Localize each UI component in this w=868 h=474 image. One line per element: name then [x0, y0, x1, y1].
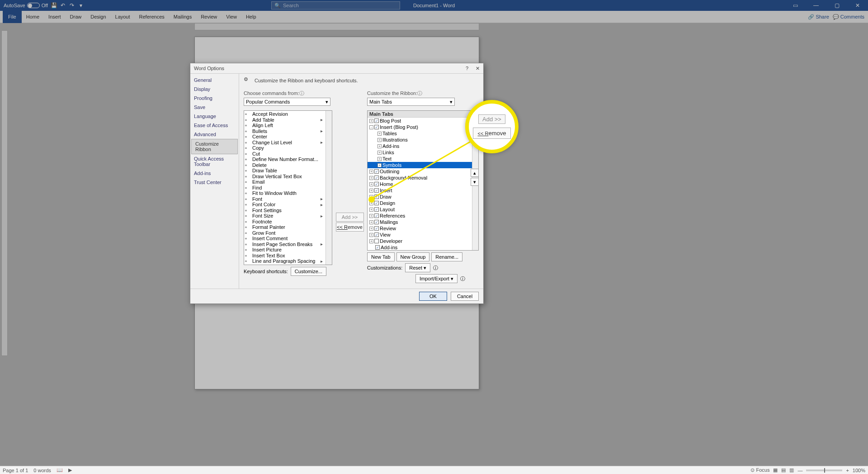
expand-icon[interactable]: + — [369, 214, 373, 218]
sidebar-item-save[interactable]: Save — [190, 103, 239, 112]
command-item[interactable]: ▫Align Left — [244, 123, 332, 128]
command-item[interactable]: ▫Delete — [244, 162, 332, 168]
rename-button[interactable]: Rename... — [431, 252, 462, 261]
commands-listbox[interactable]: ▫Accept Revision▫Add Table▸▫Align Left▫B… — [244, 110, 332, 265]
expand-icon[interactable]: + — [369, 189, 373, 193]
checkbox[interactable]: ✓ — [374, 182, 379, 186]
tree-item[interactable]: +✓View — [368, 232, 478, 238]
command-item[interactable]: ▫Define New Number Format... — [244, 156, 332, 162]
expand-icon[interactable]: - — [369, 125, 373, 129]
tree-item[interactable]: +✓Layout — [368, 206, 478, 213]
tree-item[interactable]: +✓Blog Post — [368, 118, 478, 124]
command-item[interactable]: ▫Font Color▸ — [244, 202, 332, 208]
expand-icon[interactable]: + — [369, 220, 373, 224]
sidebar-item-proofing[interactable]: Proofing — [190, 94, 239, 103]
tree-item[interactable]: +✓References — [368, 213, 478, 219]
checkbox[interactable]: ✓ — [374, 188, 379, 193]
tree-item[interactable]: +Links — [368, 149, 478, 156]
tree-item[interactable]: +✓Home — [368, 181, 478, 187]
checkbox[interactable]: ✓ — [374, 118, 379, 123]
command-item[interactable]: ▫Font Size▸ — [244, 213, 332, 219]
expand-icon[interactable]: + — [369, 119, 373, 123]
close-icon[interactable]: ✕ — [476, 66, 480, 71]
sidebar-item-advanced[interactable]: Advanced — [190, 130, 239, 139]
move-down-button[interactable]: ▾ — [471, 178, 479, 186]
expand-icon[interactable]: + — [377, 132, 382, 136]
view-read-icon[interactable]: ▤ — [781, 467, 786, 473]
checkbox[interactable]: ✓ — [374, 226, 379, 231]
command-item[interactable]: ▫Center — [244, 134, 332, 140]
sidebar-item-ease-of-access[interactable]: Ease of Access — [190, 121, 239, 130]
ribbon-tree[interactable]: Main Tabs +✓Blog Post-✓Insert (Blog Post… — [367, 110, 479, 251]
checkbox[interactable]: ✓ — [374, 125, 379, 129]
command-item[interactable]: ▫Cut — [244, 151, 332, 157]
checkbox[interactable]: ✓ — [374, 207, 379, 212]
command-item[interactable]: ▫Draw Table — [244, 168, 332, 174]
command-item[interactable]: ▫Insert Text Box — [244, 253, 332, 259]
info-icon[interactable]: ⓘ — [299, 90, 304, 96]
command-item[interactable]: ▫Font▸ — [244, 196, 332, 202]
sidebar-item-language[interactable]: Language — [190, 112, 239, 121]
command-item[interactable]: ▫Format Painter — [244, 224, 332, 230]
checkbox[interactable]: ✓ — [374, 169, 379, 174]
command-item[interactable]: ▫Link — [244, 264, 332, 265]
command-item[interactable]: ▫Bullets▸ — [244, 128, 332, 134]
expand-icon[interactable]: + — [377, 138, 382, 142]
expand-icon[interactable]: + — [369, 239, 373, 243]
tree-item[interactable]: -✓Insert (Blog Post) — [368, 124, 478, 130]
info-icon[interactable]: ⓘ — [460, 275, 465, 282]
info-icon[interactable]: ⓘ — [417, 90, 422, 96]
word-count[interactable]: 0 words — [33, 468, 51, 473]
checkbox[interactable]: ✓ — [374, 175, 379, 180]
tree-item[interactable]: +✓Mailings — [368, 219, 478, 225]
command-item[interactable]: ▫Draw Vertical Text Box — [244, 174, 332, 180]
zoom-slider[interactable] — [806, 469, 842, 471]
remove-button[interactable]: << Remove — [336, 223, 364, 232]
expand-icon[interactable]: + — [369, 227, 373, 231]
command-item[interactable]: ▫Grow Font — [244, 230, 332, 236]
sidebar-item-display[interactable]: Display — [190, 85, 239, 94]
checkbox[interactable]: ✓ — [374, 213, 379, 218]
command-item[interactable]: ▫Accept Revision — [244, 111, 332, 117]
add-button[interactable]: Add >> — [336, 213, 364, 222]
expand-icon[interactable]: + — [369, 176, 373, 180]
checkbox[interactable]: ✓ — [375, 245, 380, 250]
view-print-icon[interactable]: ▦ — [773, 467, 778, 473]
checkbox[interactable]: ✓ — [374, 232, 379, 237]
ok-button[interactable]: OK — [419, 292, 447, 301]
macro-icon[interactable]: ▶ — [68, 467, 72, 473]
command-item[interactable]: ▫Insert Comment — [244, 236, 332, 242]
command-item[interactable]: ▫Fit to Window Width — [244, 190, 332, 196]
customize-keyboard-button[interactable]: Customize... — [291, 267, 326, 276]
focus-mode[interactable]: ⊙ Focus — [750, 467, 769, 473]
new-tab-button[interactable]: New Tab — [367, 252, 395, 261]
command-item[interactable]: ▫Add Table▸ — [244, 117, 332, 123]
checkbox[interactable]: ✓ — [374, 220, 379, 224]
expand-icon[interactable]: + — [377, 157, 382, 161]
command-item[interactable]: ▫Copy — [244, 145, 332, 151]
command-item[interactable]: ▫Email — [244, 179, 332, 185]
choose-commands-dropdown[interactable]: Popular Commands ▾ — [244, 98, 330, 106]
command-item[interactable]: ▫Find — [244, 185, 332, 191]
page-count[interactable]: Page 1 of 1 — [3, 468, 28, 473]
import-export-dropdown[interactable]: Import/Export ▾ — [415, 274, 458, 283]
view-web-icon[interactable]: ▥ — [789, 467, 794, 473]
tree-item[interactable]: ✓Add-ins — [368, 244, 478, 251]
spellcheck-icon[interactable]: 📖 — [57, 467, 63, 473]
tree-item[interactable]: +Symbols — [368, 162, 478, 168]
tree-item[interactable]: +Developer — [368, 238, 478, 244]
sidebar-item-trust-center[interactable]: Trust Center — [190, 178, 239, 187]
reset-dropdown[interactable]: Reset ▾ — [405, 263, 430, 272]
command-item[interactable]: ▫Change List Level▸ — [244, 140, 332, 146]
expand-icon[interactable]: + — [369, 182, 373, 186]
sidebar-item-customize-ribbon[interactable]: Customize Ribbon — [191, 139, 238, 154]
move-up-button[interactable]: ▴ — [471, 169, 479, 177]
tree-item[interactable]: +✓Draw — [368, 194, 478, 200]
expand-icon[interactable]: + — [377, 163, 382, 167]
command-item[interactable]: ▫Insert Picture — [244, 247, 332, 253]
sidebar-item-quick-access-toolbar[interactable]: Quick Access Toolbar — [190, 154, 239, 169]
tree-item[interactable]: +Illustrations — [368, 137, 478, 143]
tree-item[interactable]: +✓Background Removal — [368, 175, 478, 181]
expand-icon[interactable]: + — [369, 233, 373, 237]
tree-item[interactable]: +✓Review — [368, 225, 478, 232]
